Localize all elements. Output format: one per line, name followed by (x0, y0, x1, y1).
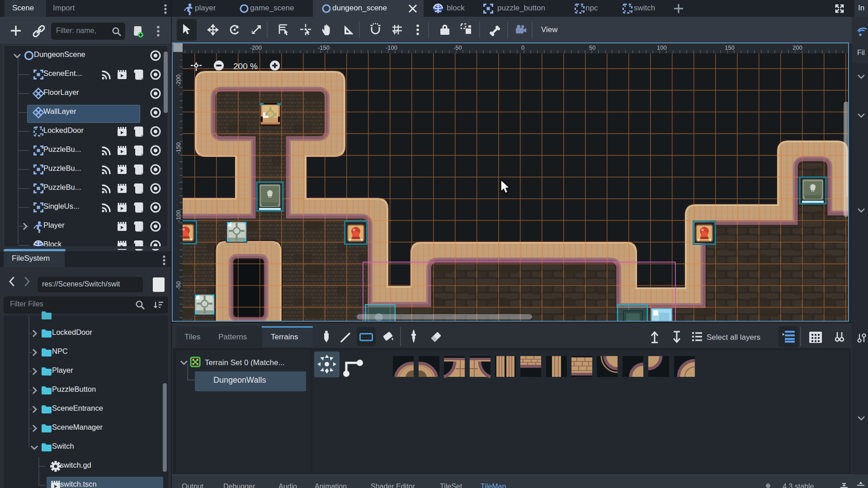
svg-text:0: 0 (521, 44, 524, 51)
svg-text:-150: -150 (175, 142, 182, 154)
svg-text:200 %: 200 % (233, 61, 258, 71)
svg-text:-50: -50 (175, 281, 182, 290)
svg-text:-200: -200 (250, 44, 262, 51)
svg-text:-150: -150 (318, 44, 330, 51)
svg-text:-100: -100 (175, 210, 182, 222)
svg-text:-50: -50 (453, 44, 462, 51)
svg-text:150: 150 (725, 44, 735, 51)
svg-text:100: 100 (657, 44, 667, 51)
svg-text:200: 200 (793, 44, 802, 51)
svg-text:-200: -200 (175, 75, 182, 86)
svg-text:-100: -100 (386, 44, 397, 51)
svg-text:50: 50 (589, 44, 595, 51)
